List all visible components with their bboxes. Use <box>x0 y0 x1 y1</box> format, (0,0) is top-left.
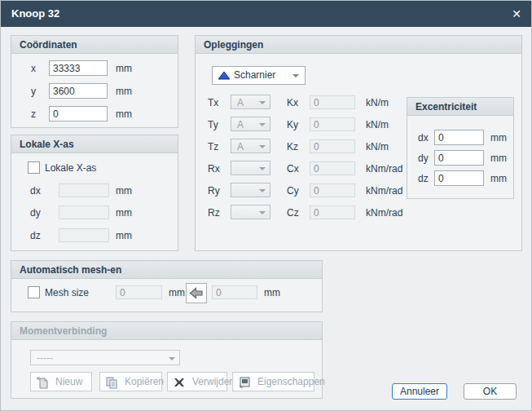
cz-label: Cz <box>287 207 299 219</box>
cx-unit: kNm/rad <box>366 163 402 175</box>
ecc-dy-unit: mm <box>490 152 507 164</box>
kx-label: Kx <box>287 97 298 108</box>
cy-label: Cy <box>287 185 299 197</box>
copy-button: Kopiëren <box>99 372 162 391</box>
chevron-down-icon <box>259 123 266 126</box>
local-dx-label: dx <box>30 185 41 197</box>
mesh-unit-1: mm <box>169 287 185 298</box>
dof-ry-dropdown <box>231 183 270 197</box>
ky-unit: kN/m <box>366 119 389 130</box>
chevron-down-icon <box>292 74 299 77</box>
dof-rz-label: Rz <box>208 207 220 219</box>
supports-header: Opleggingen <box>196 36 521 54</box>
local-dy-unit: mm <box>116 207 132 219</box>
kx-input <box>310 95 355 109</box>
auto-mesh-header: Automatisch mesh-en <box>11 261 322 279</box>
ok-button[interactable]: OK <box>464 383 517 400</box>
mesh-size-input-2 <box>212 285 257 299</box>
chevron-down-icon <box>259 211 266 214</box>
dof-ty-label: Ty <box>208 119 218 130</box>
properties-icon <box>238 376 251 389</box>
dof-tz-dropdown: A <box>231 139 270 153</box>
new-button: Nieuw <box>30 372 92 391</box>
cz-input <box>310 206 355 219</box>
mesh-size-input-1 <box>116 285 162 299</box>
ecc-dx-unit: mm <box>490 132 507 144</box>
dof-rx-label: Rx <box>208 163 220 175</box>
coord-y-label: y <box>31 86 36 97</box>
chevron-down-icon <box>259 101 266 104</box>
kz-input <box>310 139 355 153</box>
coord-x-unit: mm <box>116 63 132 74</box>
ky-label: Ky <box>287 119 298 130</box>
support-type-dropdown[interactable]: Scharnier <box>212 66 306 85</box>
moment-connection-header: Momentverbinding <box>11 322 322 340</box>
ecc-dy-label: dy <box>418 152 429 164</box>
coord-z-unit: mm <box>116 108 132 120</box>
cy-input <box>310 183 355 197</box>
cx-input <box>310 161 355 175</box>
ecc-dz-unit: mm <box>490 173 507 184</box>
mesh-unit-2: mm <box>264 287 280 298</box>
chevron-down-icon <box>259 145 266 148</box>
coord-x-input[interactable] <box>49 60 108 76</box>
auto-mesh-group: Automatisch mesh-en Mesh size mm mm <box>11 260 323 312</box>
apply-left-arrow-button[interactable] <box>186 283 207 303</box>
local-x-axis-checkbox[interactable] <box>28 161 40 174</box>
new-document-icon <box>36 376 49 389</box>
local-dz-label: dz <box>30 230 41 241</box>
dof-tx-label: Tx <box>208 97 218 108</box>
cx-label: Cx <box>287 163 299 175</box>
coord-x-label: x <box>31 63 36 74</box>
copy-button-label: Kopiëren <box>125 373 164 391</box>
dof-tz-label: Tz <box>208 141 218 152</box>
dof-rx-dropdown <box>231 161 270 175</box>
node-properties-dialog: Knoop 32 ✕ Coördinaten x mm y mm z mm Lo… <box>0 0 532 411</box>
ecc-dx-input[interactable] <box>434 130 484 145</box>
coordinates-group: Coördinaten x mm y mm z mm <box>11 35 178 128</box>
coord-z-input[interactable] <box>49 106 108 122</box>
moment-connection-dropdown: ----- <box>30 350 180 365</box>
kx-unit: kN/m <box>366 97 389 108</box>
titlebar: Knoop 32 ✕ <box>1 1 532 27</box>
dialog-title: Knoop 32 <box>11 1 59 27</box>
chevron-down-icon <box>259 167 266 170</box>
copy-icon <box>105 376 118 389</box>
eccentricity-group: Excentriciteit dx mm dy mm dz mm <box>407 97 514 199</box>
dof-ry-label: Ry <box>208 185 220 197</box>
local-x-axis-checkbox-label: Lokale X-as <box>45 162 96 174</box>
left-arrow-icon <box>189 287 204 299</box>
cy-unit: kNm/rad <box>366 185 402 197</box>
ecc-dz-label: dz <box>418 173 429 184</box>
kz-unit: kN/m <box>366 141 389 152</box>
delete-x-icon <box>173 376 186 389</box>
dof-rz-dropdown <box>231 205 270 219</box>
ecc-dz-input[interactable] <box>434 170 484 186</box>
dof-tx-dropdown: A <box>231 95 270 109</box>
ecc-dx-label: dx <box>418 132 429 144</box>
local-dz-input <box>59 228 109 242</box>
moment-connection-group: Momentverbinding ----- Nieuw Kopiëren <box>11 321 323 399</box>
kz-label: Kz <box>287 141 298 152</box>
support-type-value: Scharnier <box>234 67 275 84</box>
chevron-down-icon <box>169 357 175 360</box>
coord-z-label: z <box>31 108 36 120</box>
local-dx-unit: mm <box>116 185 132 197</box>
delete-button: Verwijder <box>167 372 227 391</box>
coordinates-header: Coördinaten <box>11 36 178 54</box>
chevron-down-icon <box>259 189 266 192</box>
ecc-dy-input[interactable] <box>434 150 484 166</box>
ky-input <box>310 117 355 131</box>
local-x-axis-header: Lokale X-as <box>11 135 178 153</box>
close-icon[interactable]: ✕ <box>512 1 521 27</box>
cz-unit: kNm/rad <box>366 207 402 219</box>
mesh-size-checkbox[interactable] <box>28 286 40 298</box>
new-button-label: Nieuw <box>55 373 82 391</box>
properties-button: Eigenschappen <box>232 372 314 391</box>
local-dy-label: dy <box>30 207 41 219</box>
coord-y-input[interactable] <box>49 83 108 99</box>
cancel-button[interactable]: Annuleer <box>392 383 447 400</box>
coord-y-unit: mm <box>116 86 132 97</box>
hinge-support-icon <box>218 71 231 80</box>
properties-button-label: Eigenschappen <box>257 373 325 391</box>
